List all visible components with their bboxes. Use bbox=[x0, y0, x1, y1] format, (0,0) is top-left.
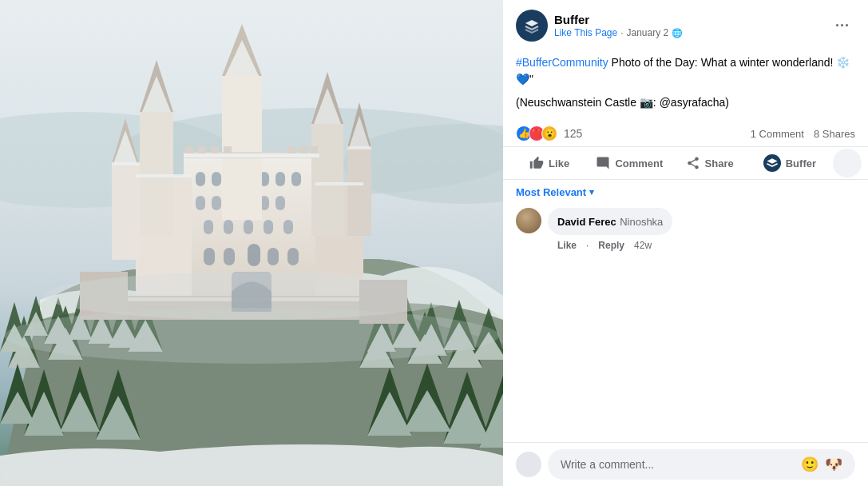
most-relevant-button[interactable]: Most Relevant ▾ bbox=[516, 186, 855, 198]
post-panel: Buffer Like This Page · January 2 🌐 ··· … bbox=[503, 0, 868, 486]
svg-rect-79 bbox=[287, 248, 299, 265]
comment-input-wrapper[interactable]: Write a comment... 🙂 🐶 bbox=[548, 449, 855, 480]
svg-rect-101 bbox=[300, 146, 308, 154]
svg-rect-74 bbox=[283, 220, 293, 234]
more-options-button[interactable]: ··· bbox=[830, 13, 855, 38]
comments-section: David Ferec Ninoshka Like · Reply 42w bbox=[503, 205, 868, 442]
emoji-picker-icon[interactable]: 🙂 bbox=[801, 456, 818, 473]
svg-rect-62 bbox=[275, 172, 285, 186]
svg-rect-64 bbox=[196, 196, 205, 210]
page-avatar[interactable] bbox=[516, 10, 548, 42]
post-subline: Like This Page · January 2 🌐 bbox=[554, 27, 830, 38]
comment-reply-action[interactable]: Reply bbox=[598, 240, 624, 251]
svg-rect-75 bbox=[204, 248, 215, 265]
svg-rect-86 bbox=[311, 124, 343, 236]
svg-rect-89 bbox=[347, 148, 371, 236]
svg-rect-69 bbox=[275, 196, 285, 210]
svg-rect-102 bbox=[310, 146, 318, 154]
svg-rect-71 bbox=[224, 220, 233, 234]
post-date: January 2 bbox=[627, 27, 669, 38]
sticker-icon[interactable]: 🐶 bbox=[825, 456, 842, 473]
comment-label: Comment bbox=[615, 157, 663, 169]
comment-icon bbox=[596, 156, 610, 170]
comment-placeholder: Write a comment... bbox=[561, 458, 654, 471]
post-content: #BufferCommunity Photo of the Day: What … bbox=[503, 48, 868, 121]
buffer-icon bbox=[763, 154, 781, 172]
svg-rect-106 bbox=[112, 162, 140, 165]
svg-rect-107 bbox=[347, 146, 371, 149]
post-header: Buffer Like This Page · January 2 🌐 ··· bbox=[503, 0, 868, 48]
globe-icon: 🌐 bbox=[672, 28, 683, 38]
like-this-page[interactable]: Like This Page bbox=[554, 27, 617, 38]
most-relevant-label: Most Relevant bbox=[516, 186, 586, 198]
dot-separator: · bbox=[620, 27, 623, 38]
reaction-count: 125 bbox=[564, 127, 582, 140]
svg-rect-103 bbox=[184, 153, 319, 157]
svg-rect-77 bbox=[248, 244, 260, 266]
action-buttons-bar: Like Comment Share Buffer bbox=[503, 147, 868, 180]
svg-rect-78 bbox=[268, 248, 279, 265]
comment-actions: Like · Reply 42w bbox=[548, 237, 855, 254]
post-meta: Buffer Like This Page · January 2 🌐 bbox=[554, 13, 830, 38]
comment-input-area: Write a comment... 🙂 🐶 bbox=[503, 442, 868, 486]
svg-rect-63 bbox=[291, 172, 301, 186]
chevron-down-icon: ▾ bbox=[589, 187, 594, 197]
post-text-secondary: (Neuschwanstein Castle 📷: @asyrafacha) bbox=[516, 94, 855, 111]
buffer-button[interactable]: Buffer bbox=[750, 149, 830, 177]
most-relevant-section: Most Relevant ▾ bbox=[503, 180, 868, 205]
svg-rect-96 bbox=[185, 146, 193, 154]
svg-rect-98 bbox=[211, 146, 219, 154]
page-name[interactable]: Buffer bbox=[554, 13, 830, 27]
buffer-label: Buffer bbox=[786, 157, 816, 169]
share-icon bbox=[686, 156, 700, 170]
more-actions-button[interactable] bbox=[833, 149, 862, 177]
comment-author[interactable]: David Ferec bbox=[557, 216, 616, 228]
wow-reaction: 😮 bbox=[541, 125, 557, 141]
comment-bubble: David Ferec Ninoshka bbox=[548, 208, 672, 235]
svg-rect-104 bbox=[136, 174, 192, 177]
post-text-main: #BufferCommunity Photo of the Day: What … bbox=[516, 54, 855, 88]
svg-rect-100 bbox=[287, 146, 295, 154]
svg-rect-58 bbox=[212, 172, 221, 186]
like-icon bbox=[529, 156, 544, 170]
svg-rect-83 bbox=[140, 112, 173, 236]
share-button[interactable]: Share bbox=[670, 151, 750, 175]
hashtag[interactable]: #BufferCommunity bbox=[516, 56, 608, 69]
comment-button[interactable]: Comment bbox=[589, 151, 669, 175]
svg-rect-72 bbox=[244, 220, 253, 234]
reactions-right: 1 Comment 8 Shares bbox=[751, 128, 855, 140]
user-avatar bbox=[516, 452, 541, 477]
svg-rect-76 bbox=[224, 248, 235, 265]
reactions-bar: 👍 ❤️ 😮 125 1 Comment 8 Shares bbox=[503, 121, 868, 147]
svg-rect-57 bbox=[196, 172, 205, 186]
svg-rect-99 bbox=[224, 146, 232, 154]
comment-time: 42w bbox=[634, 240, 652, 251]
reactions-left: 👍 ❤️ 😮 125 bbox=[516, 125, 582, 141]
share-count[interactable]: 8 Shares bbox=[814, 128, 855, 140]
comment-like-action[interactable]: Like bbox=[557, 240, 577, 251]
svg-rect-65 bbox=[212, 196, 221, 210]
svg-rect-97 bbox=[198, 146, 206, 154]
post-image bbox=[0, 0, 503, 486]
comment-display-username: Ninoshka bbox=[620, 216, 663, 228]
comment-input-icons: 🙂 🐶 bbox=[801, 456, 842, 473]
svg-point-114 bbox=[4, 308, 499, 364]
commenter-avatar bbox=[516, 208, 541, 233]
comment-body: David Ferec Ninoshka Like · Reply 42w bbox=[548, 208, 855, 254]
svg-rect-92 bbox=[112, 164, 140, 260]
svg-rect-105 bbox=[315, 182, 363, 185]
reaction-emojis: 👍 ❤️ 😮 bbox=[516, 125, 557, 141]
like-button[interactable]: Like bbox=[509, 151, 589, 175]
comment-item: David Ferec Ninoshka Like · Reply 42w bbox=[516, 208, 855, 254]
svg-rect-70 bbox=[204, 220, 213, 234]
comment-count[interactable]: 1 Comment bbox=[751, 128, 804, 140]
like-label: Like bbox=[549, 157, 569, 169]
share-label: Share bbox=[705, 157, 734, 169]
svg-rect-73 bbox=[264, 220, 273, 234]
